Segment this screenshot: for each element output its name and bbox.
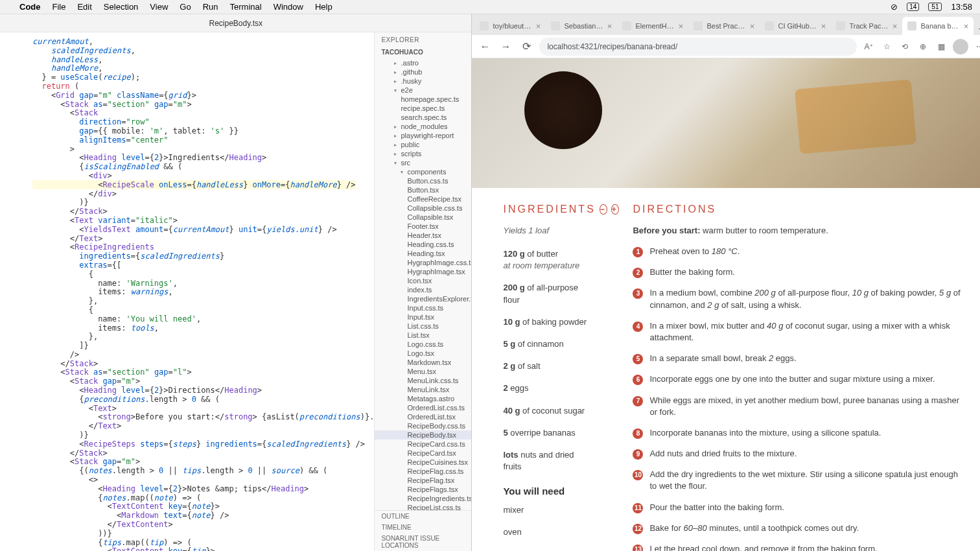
code-editor[interactable]: currentAmout, scaledIngredients, handleL… bbox=[0, 32, 374, 551]
close-tab-icon[interactable]: × bbox=[679, 21, 684, 31]
extensions-icon[interactable]: ▦ bbox=[935, 40, 948, 53]
browser-tab[interactable]: Best Practices× bbox=[688, 17, 760, 35]
menu-icon[interactable]: ⋯ bbox=[974, 40, 980, 53]
file-tree-item[interactable]: List.tsx bbox=[375, 331, 471, 340]
clock[interactable]: 13:58 bbox=[951, 2, 972, 12]
file-tree-item[interactable]: homepage.spec.ts bbox=[375, 95, 471, 104]
file-tree-item[interactable]: components bbox=[375, 167, 471, 176]
file-tree-item[interactable]: IngredientsExplorer.tsx bbox=[375, 294, 471, 303]
url-bar[interactable]: localhost:4321/recipes/banana-bread/ bbox=[539, 38, 857, 56]
file-tree-item[interactable]: CoffeeRecipe.tsx bbox=[375, 194, 471, 204]
file-tree-item[interactable]: .husky bbox=[375, 76, 471, 86]
menubar-app[interactable]: Code bbox=[19, 2, 41, 12]
file-tree-item[interactable]: Heading.css.ts bbox=[375, 240, 471, 249]
battery-indicator[interactable]: 51 bbox=[928, 3, 942, 11]
menubar-run[interactable]: Run bbox=[203, 2, 218, 12]
outline-section[interactable]: OUTLINE bbox=[375, 511, 471, 522]
tool-item: 21×10 cm baking form bbox=[503, 549, 594, 551]
menubar-file[interactable]: File bbox=[52, 2, 66, 12]
timeline-section[interactable]: TIMELINE bbox=[375, 522, 471, 533]
menubar-terminal[interactable]: Terminal bbox=[230, 2, 262, 12]
file-tree-item[interactable]: HygraphImage.css.ts bbox=[375, 258, 471, 267]
file-tree-item[interactable]: Footer.tsx bbox=[375, 222, 471, 231]
close-tab-icon[interactable]: × bbox=[964, 21, 969, 31]
browser-tab[interactable]: Banana bread× bbox=[902, 17, 974, 35]
file-tree-item[interactable]: Input.tsx bbox=[375, 312, 471, 322]
browser-tab[interactable]: CI GitHub Act× bbox=[760, 17, 831, 35]
file-tree-item[interactable]: Input.css.ts bbox=[375, 303, 471, 312]
menubar-edit[interactable]: Edit bbox=[77, 2, 91, 12]
close-tab-icon[interactable]: × bbox=[750, 21, 755, 31]
file-tree-item[interactable]: index.ts bbox=[375, 285, 471, 294]
file-tree-item[interactable]: Button.css.ts bbox=[375, 176, 471, 185]
collections-icon[interactable]: ⊕ bbox=[916, 40, 929, 53]
file-tree-item[interactable]: OrderedList.tsx bbox=[375, 412, 471, 421]
new-tab-button[interactable]: + bbox=[974, 23, 980, 35]
forward-button[interactable]: → bbox=[498, 39, 513, 54]
file-tree-item[interactable]: Collapsible.css.ts bbox=[375, 204, 471, 213]
file-tree-item[interactable]: RecipeCard.css.ts bbox=[375, 440, 471, 449]
direction-step: 4In a mixer bowl, mix butter and 40 g of… bbox=[633, 320, 961, 344]
file-tree-item[interactable]: Heading.tsx bbox=[375, 249, 471, 258]
file-tree-item[interactable]: HygraphImage.tsx bbox=[375, 267, 471, 276]
file-tree-item[interactable]: MenuLink.tsx bbox=[375, 385, 471, 394]
menubar-view[interactable]: View bbox=[150, 2, 168, 12]
menubar-help[interactable]: Help bbox=[315, 2, 332, 12]
back-button[interactable]: ← bbox=[477, 39, 493, 54]
favorite-icon[interactable]: ☆ bbox=[880, 40, 893, 53]
browser-tab[interactable]: ElementHandl× bbox=[617, 17, 688, 35]
file-tree-item[interactable]: RecipeIngredients.tsx bbox=[375, 494, 471, 503]
file-tree-item[interactable]: Collapsible.tsx bbox=[375, 213, 471, 222]
file-tree-item[interactable]: MenuLink.css.ts bbox=[375, 376, 471, 385]
scale-more-button[interactable]: + bbox=[611, 204, 619, 215]
close-tab-icon[interactable]: × bbox=[607, 21, 612, 31]
sonarlint-section[interactable]: SONARLINT ISSUE LOCATIONS bbox=[375, 533, 471, 551]
scale-less-button[interactable]: − bbox=[600, 204, 607, 215]
file-tree-item[interactable]: Markdown.tsx bbox=[375, 358, 471, 367]
profile-avatar[interactable] bbox=[953, 39, 968, 54]
project-root[interactable]: TACOHUACO bbox=[375, 47, 471, 57]
file-tree-item[interactable]: RecipeFlag.css.ts bbox=[375, 467, 471, 476]
vscode-active-tab[interactable]: RecipeBody.tsx bbox=[209, 19, 262, 28]
file-tree-item[interactable]: playwright-report bbox=[375, 131, 471, 140]
close-tab-icon[interactable]: × bbox=[536, 21, 541, 31]
file-tree-item[interactable]: RecipeFlags.tsx bbox=[375, 485, 471, 494]
reader-icon[interactable]: A⁺ bbox=[862, 40, 875, 53]
file-tree-item[interactable]: Button.tsx bbox=[375, 185, 471, 194]
file-tree-item[interactable]: OrderedList.css.ts bbox=[375, 403, 471, 412]
file-tree-item[interactable]: Header.tsx bbox=[375, 231, 471, 240]
file-tree-item[interactable]: List.css.ts bbox=[375, 322, 471, 331]
close-tab-icon[interactable]: × bbox=[821, 21, 826, 31]
browser-tab[interactable]: Sebastian Mag× bbox=[546, 17, 617, 35]
file-tree-item[interactable]: Logo.css.ts bbox=[375, 340, 471, 349]
file-tree-item[interactable]: src bbox=[375, 158, 471, 167]
file-tree-item[interactable]: search.spec.ts bbox=[375, 113, 471, 122]
file-tree-item[interactable]: .github bbox=[375, 67, 471, 76]
menubar-window[interactable]: Window bbox=[274, 2, 303, 12]
file-tree-item[interactable]: Metatags.astro bbox=[375, 394, 471, 403]
reload-button[interactable]: ⟳ bbox=[519, 39, 534, 54]
file-tree-item[interactable]: RecipeBody.tsx bbox=[375, 430, 471, 440]
file-tree-item[interactable]: RecipeBody.css.ts bbox=[375, 421, 471, 430]
file-tree-item[interactable]: Menu.tsx bbox=[375, 367, 471, 376]
file-tree-item[interactable]: .astro bbox=[375, 58, 471, 67]
browser-tab[interactable]: Track Package× bbox=[831, 17, 902, 35]
close-tab-icon[interactable]: × bbox=[892, 21, 898, 31]
wifi-icon[interactable]: ⊘ bbox=[891, 2, 898, 12]
file-tree-item[interactable]: Icon.tsx bbox=[375, 276, 471, 285]
file-tree-item[interactable]: RecipeFlag.tsx bbox=[375, 476, 471, 485]
file-tree-item[interactable]: RecipeList.css.ts bbox=[375, 503, 471, 510]
file-tree-item[interactable]: RecipeCuisines.tsx bbox=[375, 458, 471, 467]
file-tree-item[interactable]: scripts bbox=[375, 149, 471, 158]
file-tree-item[interactable]: public bbox=[375, 140, 471, 149]
file-tree-item[interactable]: e2e bbox=[375, 86, 471, 95]
sync-icon[interactable]: ⟲ bbox=[898, 40, 911, 53]
file-tree-item[interactable]: RecipeCard.tsx bbox=[375, 449, 471, 458]
browser-tab[interactable]: toy/blueutil: Cli× bbox=[474, 17, 546, 35]
file-tree-item[interactable]: node_modules bbox=[375, 122, 471, 131]
menubar-selection[interactable]: Selection bbox=[104, 2, 138, 12]
menubar-go[interactable]: Go bbox=[180, 2, 191, 12]
file-tree-item[interactable]: Logo.tsx bbox=[375, 349, 471, 358]
file-tree-item[interactable]: recipe.spec.ts bbox=[375, 104, 471, 113]
date-indicator[interactable]: 14 bbox=[907, 3, 919, 11]
